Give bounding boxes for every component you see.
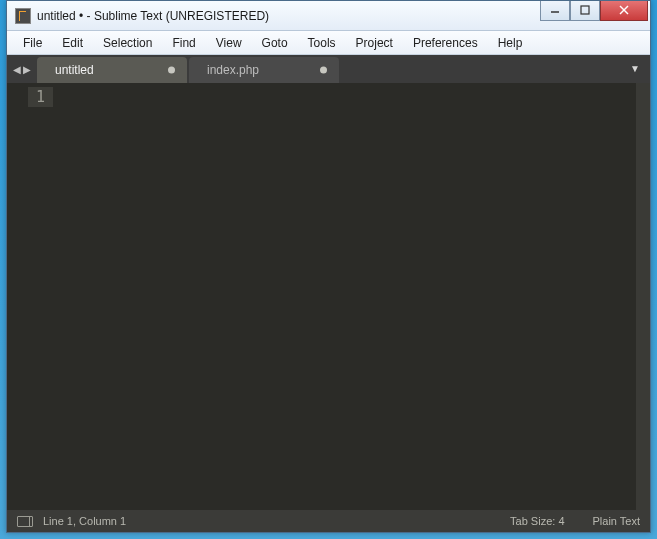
close-button[interactable]: [600, 1, 648, 21]
menu-tools[interactable]: Tools: [298, 33, 346, 53]
close-icon: [619, 5, 629, 15]
menu-selection[interactable]: Selection: [93, 33, 162, 53]
window-controls: [540, 1, 648, 21]
tabstrip: ◀ ▶ untitled index.php ▼: [7, 55, 650, 83]
panel-switcher-icon[interactable]: [17, 516, 33, 527]
menu-project[interactable]: Project: [346, 33, 403, 53]
menu-preferences[interactable]: Preferences: [403, 33, 488, 53]
tab-nav-arrows: ◀ ▶: [7, 55, 37, 83]
editor: 1: [7, 83, 650, 510]
tab-label: index.php: [207, 63, 259, 77]
dirty-indicator-icon: [168, 67, 175, 74]
window-title: untitled • - Sublime Text (UNREGISTERED): [37, 9, 269, 23]
statusbar: Line 1, Column 1 Tab Size: 4 Plain Text: [7, 510, 650, 532]
maximize-button[interactable]: [570, 1, 600, 21]
titlebar[interactable]: untitled • - Sublime Text (UNREGISTERED): [7, 1, 650, 31]
status-position[interactable]: Line 1, Column 1: [43, 515, 126, 527]
menu-goto[interactable]: Goto: [252, 33, 298, 53]
status-syntax[interactable]: Plain Text: [593, 515, 641, 527]
menubar: File Edit Selection Find View Goto Tools…: [7, 31, 650, 55]
tab-index-php[interactable]: index.php: [189, 57, 339, 83]
tabs-dropdown-icon[interactable]: ▼: [630, 63, 640, 74]
line-number: 1: [28, 87, 53, 107]
tab-untitled[interactable]: untitled: [37, 57, 187, 83]
minimap-scrollbar[interactable]: [636, 83, 650, 510]
svg-rect-1: [581, 6, 589, 14]
menu-edit[interactable]: Edit: [52, 33, 93, 53]
app-window: untitled • - Sublime Text (UNREGISTERED)…: [6, 0, 651, 533]
tab-nav-next-icon[interactable]: ▶: [23, 64, 31, 75]
code-area[interactable]: [63, 83, 650, 510]
status-tab-size[interactable]: Tab Size: 4: [510, 515, 564, 527]
minimize-icon: [550, 5, 560, 15]
menu-help[interactable]: Help: [488, 33, 533, 53]
tab-nav-prev-icon[interactable]: ◀: [13, 64, 21, 75]
gutter: 1: [7, 83, 63, 510]
dirty-indicator-icon: [320, 67, 327, 74]
maximize-icon: [580, 5, 590, 15]
app-icon: [15, 8, 31, 24]
minimize-button[interactable]: [540, 1, 570, 21]
menu-view[interactable]: View: [206, 33, 252, 53]
menu-file[interactable]: File: [13, 33, 52, 53]
tab-label: untitled: [55, 63, 94, 77]
menu-find[interactable]: Find: [162, 33, 205, 53]
